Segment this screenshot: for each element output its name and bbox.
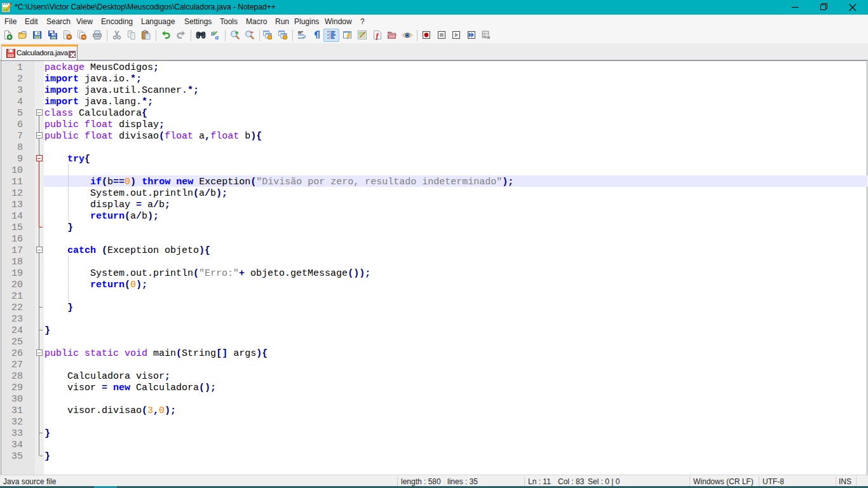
- svg-text:b: b: [211, 30, 214, 37]
- svg-text:a: a: [215, 33, 219, 41]
